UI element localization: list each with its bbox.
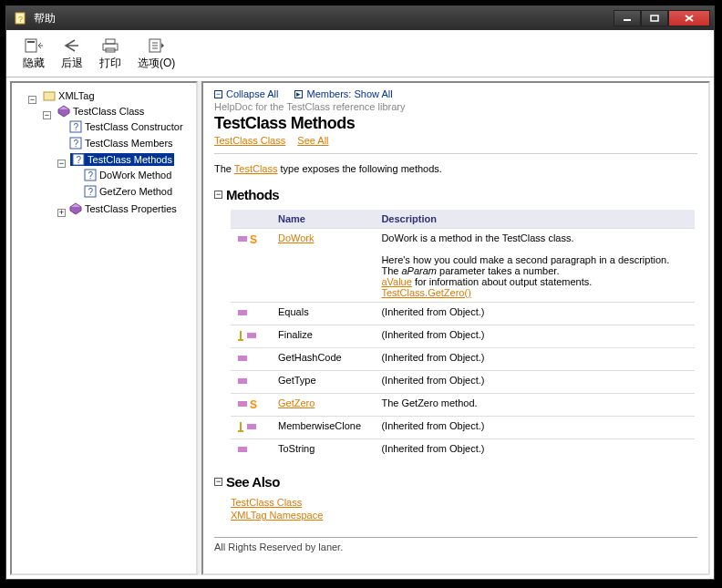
print-button[interactable]: 打印 — [99, 36, 121, 71]
table-row: SGetZeroThe GetZero method. — [231, 394, 695, 417]
method-link-dowork[interactable]: DoWork — [278, 232, 315, 243]
window-title: 帮助 — [34, 11, 614, 26]
window-controls — [614, 10, 710, 26]
tree-node-ctor[interactable]: ?TestClass Constructor — [67, 120, 185, 133]
table-row: GetType(Inherited from Object.) — [231, 371, 695, 394]
tree-toggle[interactable]: + — [57, 209, 66, 217]
tree-node-class[interactable]: TestClass Class — [56, 105, 146, 118]
method-kind-icon — [231, 325, 271, 348]
maximize-button[interactable] — [641, 10, 668, 26]
svg-rect-8 — [103, 44, 118, 50]
svg-rect-26 — [238, 236, 247, 242]
body: − XMLTag − TestClass Class — [6, 77, 714, 579]
help-icon: ? — [84, 185, 97, 198]
play-icon: ▸ — [294, 90, 303, 98]
doc-subtitle: HelpDoc for the TestClass reference libr… — [214, 101, 697, 112]
help-icon: ? — [72, 153, 85, 166]
method-link-getzero[interactable]: GetZero — [278, 397, 315, 408]
hide-label: 隐藏 — [23, 56, 45, 71]
svg-rect-29 — [247, 333, 256, 338]
getzero-link[interactable]: TestClass.GetZero() — [381, 287, 470, 298]
tree-node-xmltag[interactable]: XMLTag — [41, 89, 97, 102]
method-desc: The GetZero method. — [374, 394, 694, 417]
tree-toggle[interactable]: − — [57, 160, 66, 168]
help-icon: ? — [69, 120, 82, 133]
svg-rect-31 — [238, 378, 247, 384]
seealso-ns-link[interactable]: XMLTag Namespace — [231, 510, 697, 521]
svg-rect-28 — [238, 310, 247, 315]
table-row: S DoWork DoWork is a method in the TestC… — [231, 229, 695, 303]
svg-text:?: ? — [74, 139, 79, 149]
svg-rect-3 — [651, 15, 658, 21]
methods-heading: −Methods — [214, 187, 697, 202]
collapse-all-link[interactable]: −Collapse All — [214, 88, 278, 99]
method-kind-icon: S — [231, 229, 271, 303]
testclass-link[interactable]: TestClass — [234, 163, 278, 174]
minimize-button[interactable] — [614, 10, 641, 26]
breadcrumb: TestClass Class See All — [214, 135, 697, 146]
method-name: MemberwiseClone — [271, 417, 374, 439]
svg-text:?: ? — [88, 170, 94, 181]
help-icon: ? — [69, 137, 82, 150]
collapse-icon[interactable]: − — [214, 478, 222, 486]
options-label: 选项(O) — [138, 56, 175, 71]
method-kind-icon — [231, 417, 271, 439]
help-icon: ? — [84, 169, 97, 181]
options-button[interactable]: 选项(O) — [138, 36, 175, 71]
method-desc: (Inherited from Object.) — [374, 303, 694, 325]
crumb-seealso-link[interactable]: See All — [297, 135, 328, 146]
method-kind-icon — [231, 371, 271, 394]
svg-text:?: ? — [74, 122, 79, 132]
print-label: 打印 — [99, 56, 121, 71]
avalue-link[interactable]: aValue — [381, 276, 411, 287]
method-kind-icon — [231, 348, 271, 371]
tree-toggle[interactable]: − — [28, 96, 36, 104]
method-name: Finalize — [271, 325, 374, 348]
print-icon — [99, 36, 121, 56]
method-kind-icon — [231, 303, 271, 325]
svg-text:?: ? — [88, 187, 94, 197]
top-links: −Collapse All ▸Members: Show All — [214, 88, 697, 99]
members-show-link[interactable]: ▸Members: Show All — [294, 88, 392, 99]
nav-tree: − XMLTag − TestClass Class — [14, 88, 194, 220]
method-kind-icon: S — [231, 394, 271, 417]
hide-icon — [23, 36, 45, 56]
tree-node-dowork[interactable]: ?DoWork Method — [82, 169, 173, 181]
back-icon — [61, 36, 83, 56]
table-row: Finalize(Inherited from Object.) — [231, 325, 695, 348]
svg-rect-15 — [44, 92, 55, 100]
back-button[interactable]: 后退 — [61, 36, 83, 71]
intro-text: The TestClass type exposes the following… — [214, 163, 697, 174]
help-window: ? 帮助 隐藏 后退 打印 选项(O) — [5, 5, 715, 580]
tree-node-props[interactable]: TestClass Properties — [67, 202, 179, 215]
svg-rect-9 — [106, 39, 115, 44]
svg-text:S: S — [250, 398, 257, 410]
method-desc: (Inherited from Object.) — [374, 348, 694, 371]
close-button[interactable] — [668, 10, 710, 26]
tree-pane: − XMLTag − TestClass Class — [10, 81, 198, 575]
crumb-class-link[interactable]: TestClass Class — [214, 135, 285, 146]
tree-node-members[interactable]: ?TestClass Members — [67, 137, 175, 150]
hide-button[interactable]: 隐藏 — [23, 36, 45, 71]
method-name: GetType — [271, 371, 374, 394]
tree-toggle[interactable]: − — [43, 111, 51, 119]
page-title: TestClass Methods — [214, 114, 697, 133]
svg-text:?: ? — [18, 15, 23, 24]
col-desc: Description — [374, 210, 694, 229]
titlebar: ? 帮助 — [6, 6, 714, 30]
collapse-icon[interactable]: − — [214, 191, 222, 199]
table-row: Equals(Inherited from Object.) — [231, 303, 695, 325]
tree-node-getzero[interactable]: ?GetZero Method — [82, 185, 174, 198]
table-row: MemberwiseClone(Inherited from Object.) — [231, 417, 695, 439]
method-desc: (Inherited from Object.) — [374, 371, 694, 394]
footer: All Rights Reserved by laner. — [214, 537, 697, 552]
method-kind-icon — [231, 439, 271, 462]
col-name: Name — [271, 210, 374, 229]
back-label: 后退 — [61, 56, 83, 71]
content-pane: −Collapse All ▸Members: Show All HelpDoc… — [201, 81, 710, 575]
svg-rect-30 — [238, 356, 247, 361]
seealso-class-link[interactable]: TestClass Class — [231, 497, 697, 508]
method-desc: (Inherited from Object.) — [374, 325, 694, 348]
svg-text:?: ? — [77, 155, 82, 165]
tree-node-methods[interactable]: ?TestClass Methods — [70, 153, 174, 166]
